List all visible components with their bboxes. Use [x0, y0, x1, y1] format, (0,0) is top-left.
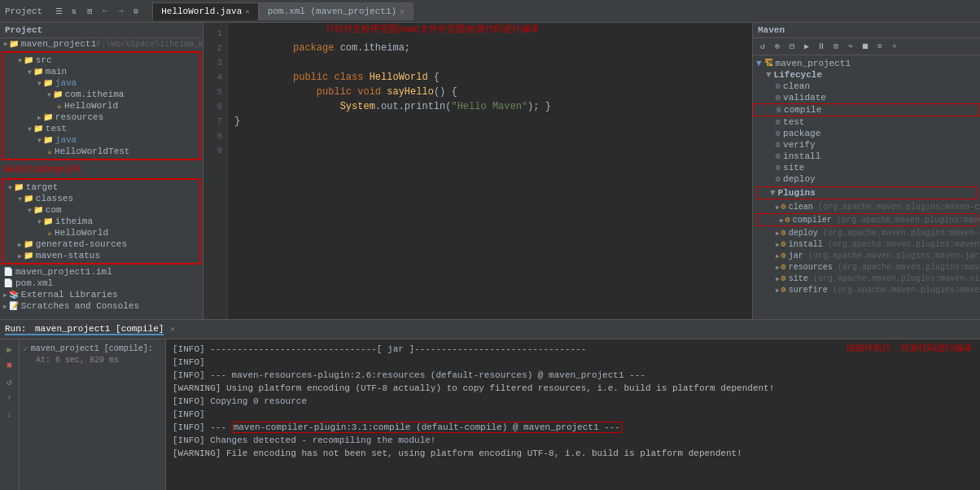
maven-icon-skip[interactable]: ↷: [844, 40, 857, 53]
tree-classes[interactable]: ▼ 📁 classes: [5, 193, 198, 204]
tree-java-test-label: java: [55, 135, 77, 145]
target-folder-icon: 📁: [14, 182, 24, 192]
maven-icon-remove[interactable]: ⊟: [785, 40, 798, 53]
tree-itheima-class[interactable]: ▼ 📁 itheima: [5, 216, 198, 227]
code-area: 1 2 3 4 5 6 7 8 9 只针对主程序范围(main文件夹范围)的源代…: [203, 23, 752, 319]
tree-pom[interactable]: 📄 pom.xml: [0, 278, 203, 289]
tree-main-label: main: [46, 67, 67, 77]
maven-plugin-jar[interactable]: ▶ ⚙ jar (org.apache.maven.plugins:maven-…: [753, 250, 980, 261]
maven-lifecycle-verify[interactable]: ⚙ verify: [753, 139, 980, 151]
maven-plugin-install[interactable]: ▶ ⚙ install (org.apache.maven.plugins:ma…: [753, 238, 980, 250]
maven-plugins-header[interactable]: ▼ Plugins: [757, 187, 976, 199]
tree-maven-status[interactable]: ▶ 📁 maven-status: [5, 250, 198, 261]
tab-helloworld-label: HelloWorld.java: [161, 7, 242, 16]
tab-helloworld-close[interactable]: ✕: [245, 7, 249, 16]
rerun-btn[interactable]: ↺: [3, 375, 16, 388]
tree-java-main[interactable]: ▼ 📁 java: [5, 77, 198, 89]
lifecycle-site-label: site: [783, 163, 804, 173]
maven-lifecycle-install[interactable]: ⚙ install: [753, 151, 980, 162]
icon-expand[interactable]: ⊞: [83, 5, 96, 18]
tree-helloworld-class[interactable]: ☕ HelloWorld: [5, 227, 198, 238]
kw-class: class: [334, 72, 369, 83]
icon-sort[interactable]: ⇅: [68, 5, 81, 18]
maven-icon-refresh[interactable]: ↺: [756, 40, 769, 53]
tree-com-itheima[interactable]: ▼ 📁 com.itheima: [5, 89, 198, 100]
tree-main[interactable]: ▼ 📁 main: [5, 66, 198, 77]
tab-pom-close[interactable]: ✕: [400, 7, 404, 16]
console-output[interactable]: 由插件执行，对源代码进行编译 [INFO] ------------------…: [166, 339, 980, 490]
maven-plugin-compiler[interactable]: ▶ ⚙ compiler (org.apache.maven.plugins:m…: [757, 214, 976, 225]
target-highlight: ▼ 📁 target ▼ 📁 classes ▼ 📁 com ▼ 📁 ithei…: [2, 178, 201, 265]
external-libs-icon: 📚: [9, 290, 19, 300]
plugin-install-label: install (org.apache.maven.plugins:maven-…: [789, 240, 980, 249]
maven-lifecycle-test[interactable]: ⚙ test: [753, 116, 980, 128]
kw-package: package: [293, 42, 340, 54]
maven-icon-pause[interactable]: ⏸: [815, 40, 828, 53]
tree-iml[interactable]: 📄 maven_project1.iml: [0, 266, 203, 278]
maven-plugin-clean[interactable]: ▶ ⚙ clean (org.apache.maven.plugins:mave…: [753, 201, 980, 212]
tab-pom[interactable]: pom.xml (maven_project1) ✕: [259, 2, 413, 20]
scroll-down-btn[interactable]: ↓: [3, 408, 16, 421]
main-area: Project ▼ 📁 maven_project1 F:\WorkSpace\…: [0, 23, 980, 319]
plugin-surefire-expand: ▶: [776, 287, 780, 294]
maven-icon-menu[interactable]: ≡: [873, 40, 886, 53]
maven-icon-add[interactable]: ⊕: [771, 40, 784, 53]
maven-lifecycle-compile[interactable]: ⚙ compile: [753, 103, 980, 116]
plugin-site-expand: ▶: [776, 275, 780, 282]
code-lines[interactable]: 只针对主程序范围(main文件夹范围)的源代码进行编译 package com.…: [228, 23, 752, 319]
maven-lifecycle-clean[interactable]: ⚙ clean: [753, 81, 980, 92]
maven-lifecycle-package[interactable]: ⚙ package: [753, 128, 980, 139]
maven-icon-m[interactable]: m: [829, 40, 842, 53]
maven-lifecycle-validate[interactable]: ⚙ validate: [753, 92, 980, 103]
tree-java-test[interactable]: ▼ 📁 java: [5, 134, 198, 146]
stop-btn[interactable]: ■: [3, 359, 16, 372]
line-numbers: 1 2 3 4 5 6 7 8 9: [203, 23, 228, 319]
gear-compile-icon: ⚙: [777, 105, 781, 115]
tree-generated-sources[interactable]: ▶ 📁 generated-sources: [5, 238, 198, 250]
icon-menu[interactable]: ☰: [52, 5, 65, 18]
run-btn[interactable]: ▶: [3, 343, 16, 356]
plugin-resources-expand: ▶: [776, 264, 780, 271]
console-line-0: [INFO] -------------------------------[ …: [173, 343, 973, 356]
maven-plugin-deploy[interactable]: ▶ ⚙ deploy (org.apache.maven.plugins:mav…: [753, 227, 980, 238]
tree-src[interactable]: ▼ 📁 src: [5, 55, 198, 66]
tree-root[interactable]: ▼ 📁 maven_project1 F:\WorkSpace\itheima_…: [0, 38, 203, 50]
bottom-tab-run-label: Run:: [5, 324, 26, 334]
maven-plugin-site[interactable]: ▶ ⚙ site (org.apache.maven.plugins:maven…: [753, 273, 980, 284]
plugin-install-icon: ⚙: [781, 239, 786, 249]
tree-helloworld[interactable]: ☕ HelloWorld: [5, 100, 198, 112]
plugin-compiler-label: compiler (org.apache.maven.plugins:maven…: [793, 216, 980, 225]
maven-plugin-surefire[interactable]: ▶ ⚙ surefire (org.apache.maven.plugins:m…: [753, 284, 980, 295]
run-item-main[interactable]: ✓ maven_project1 [compile]:: [23, 343, 162, 355]
plugin-site-icon: ⚙: [781, 273, 786, 283]
bottom-tab-close[interactable]: ✕: [170, 325, 174, 334]
icon-forward[interactable]: →: [114, 5, 127, 18]
folder-icon: 📁: [9, 39, 19, 49]
maven-icon-split[interactable]: ÷: [888, 40, 901, 53]
tree-com[interactable]: ▼ 📁 com: [5, 204, 198, 216]
tree-scratches[interactable]: ▶ 📝 Scratches and Consoles: [0, 300, 203, 312]
maven-icon-run[interactable]: ▶: [800, 40, 813, 53]
tree-external-libs[interactable]: ▶ 📚 External Libraries: [0, 289, 203, 300]
maven-lifecycle-section[interactable]: ▼ Lifecycle: [753, 69, 980, 81]
tree-resources[interactable]: ▶ 📁 resources: [5, 112, 198, 123]
maven-root[interactable]: ▼ 🏗 maven_project1: [753, 57, 980, 69]
tree-external-libs-label: External Libraries: [21, 290, 118, 300]
icon-back[interactable]: ←: [98, 5, 112, 18]
scroll-up-btn[interactable]: ↑: [3, 392, 16, 405]
tree-test[interactable]: ▼ 📁 test: [5, 123, 198, 134]
tree-target-label: target: [26, 182, 59, 192]
maven-lifecycle-site[interactable]: ⚙ site: [753, 162, 980, 173]
tab-helloworld[interactable]: HelloWorld.java ✕: [152, 2, 258, 20]
bottom-tab-run[interactable]: Run: maven_project1 [compile]: [5, 324, 164, 335]
tree-target[interactable]: ▼ 📁 target: [5, 182, 198, 193]
icon-settings[interactable]: ⚙: [129, 5, 142, 18]
method-paren: () {: [434, 86, 457, 98]
tree-helloworld-label: HelloWorld: [64, 101, 118, 111]
maven-plugin-resources[interactable]: ▶ ⚙ resources (org.apache.maven.plugins:…: [753, 261, 980, 273]
maven-icon-stop[interactable]: ⏹: [859, 40, 872, 53]
bottom-content: ▶ ■ ↺ ↑ ↓ ✓ maven_project1 [compile]: At…: [0, 339, 980, 490]
console-line-6: [INFO] --- maven-compiler-plugin:3.1:com…: [173, 421, 973, 434]
tree-helloworldtest[interactable]: ☕ HelloWorldTest: [5, 146, 198, 157]
maven-lifecycle-deploy[interactable]: ⚙ deploy: [753, 173, 980, 185]
